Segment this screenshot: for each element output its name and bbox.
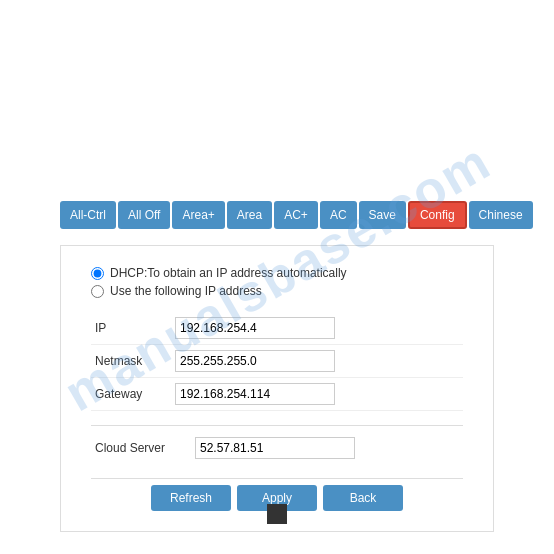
nav-btn-area-plus[interactable]: Area+ [172, 201, 224, 229]
field-input-netmask[interactable] [175, 350, 335, 372]
ip-fields-table: IPNetmaskGateway [91, 312, 463, 411]
nav-btn-chinese[interactable]: Chinese [469, 201, 533, 229]
manual-row: Use the following IP address [91, 284, 463, 298]
dhcp-label: DHCP:To obtain an IP address automatical… [110, 266, 347, 280]
ip-mode-group: DHCP:To obtain an IP address automatical… [91, 266, 463, 298]
cloud-server-label: Cloud Server [95, 441, 185, 455]
dhcp-radio[interactable] [91, 267, 104, 280]
bottom-square [267, 504, 287, 524]
field-label-ip: IP [91, 312, 171, 345]
nav-btn-save[interactable]: Save [359, 201, 406, 229]
back-button[interactable]: Back [323, 485, 403, 511]
nav-btn-ac[interactable]: AC [320, 201, 357, 229]
divider [91, 425, 463, 426]
navbar: All-CtrlAll OffArea+AreaAC+ACSaveConfigC… [60, 200, 494, 230]
field-label-gateway: Gateway [91, 378, 171, 411]
field-row-ip: IP [91, 312, 463, 345]
config-panel: DHCP:To obtain an IP address automatical… [60, 245, 494, 532]
nav-btn-area[interactable]: Area [227, 201, 272, 229]
nav-btn-ac-plus[interactable]: AC+ [274, 201, 318, 229]
nav-btn-all-off[interactable]: All Off [118, 201, 170, 229]
dhcp-row: DHCP:To obtain an IP address automatical… [91, 266, 463, 280]
nav-btn-config[interactable]: Config [408, 201, 467, 229]
field-input-ip[interactable] [175, 317, 335, 339]
field-row-gateway: Gateway [91, 378, 463, 411]
manual-label: Use the following IP address [110, 284, 262, 298]
nav-btn-all-ctrl[interactable]: All-Ctrl [60, 201, 116, 229]
manual-radio[interactable] [91, 285, 104, 298]
field-label-netmask: Netmask [91, 345, 171, 378]
divider2 [91, 478, 463, 479]
field-row-netmask: Netmask [91, 345, 463, 378]
refresh-button[interactable]: Refresh [151, 485, 231, 511]
field-input-gateway[interactable] [175, 383, 335, 405]
cloud-server-row: Cloud Server [91, 432, 463, 464]
cloud-server-input[interactable] [195, 437, 355, 459]
